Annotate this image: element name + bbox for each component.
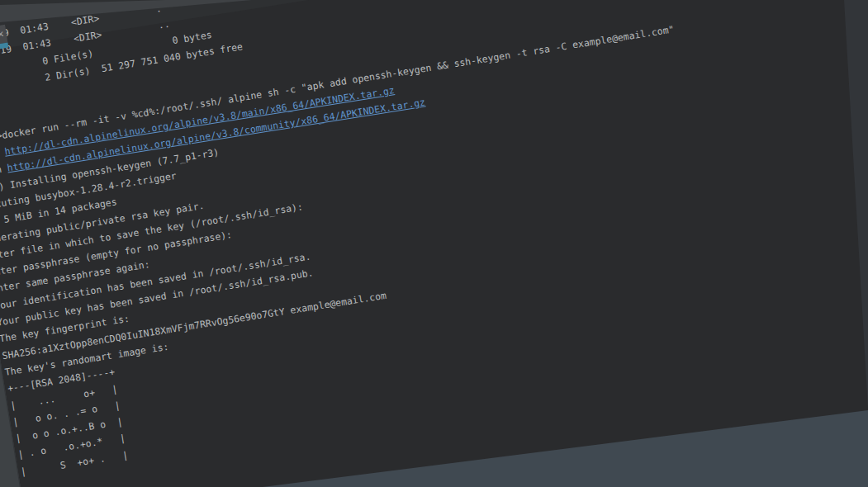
screenshot-scene: Structure 08/09/2019 01:43 <DIR> .08/09/… <box>0 0 868 487</box>
ide-terminal-window: Structure 08/09/2019 01:43 <DIR> .08/09/… <box>0 0 868 487</box>
